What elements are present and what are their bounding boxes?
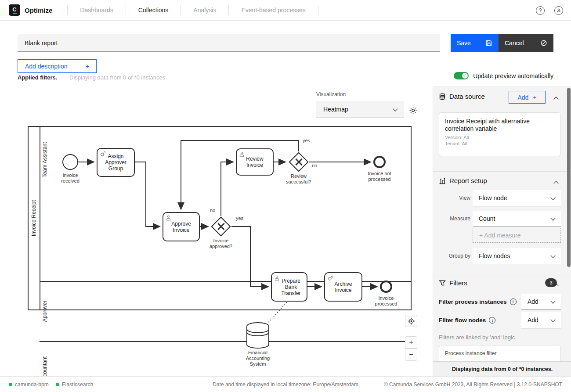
save-icon xyxy=(485,40,492,47)
nav-item-analysis[interactable]: Analysis xyxy=(181,7,228,14)
flow-label-approved-yes: yes xyxy=(236,216,243,221)
section-divider xyxy=(433,171,571,172)
camunda-logo[interactable]: C xyxy=(9,4,20,16)
camunda-logo-underline xyxy=(13,13,17,14)
service-gears-icon xyxy=(327,275,334,283)
zoom-out-button[interactable]: − xyxy=(405,349,417,361)
bpmn-task-archive-invoice[interactable]: Archive Invoice xyxy=(324,272,362,302)
fit-diagram-button[interactable] xyxy=(405,315,417,327)
bpmn-gateway-invoice-approved[interactable] xyxy=(210,216,231,237)
add-flow-node-filter-dropdown[interactable]: Add xyxy=(521,312,561,328)
start-event-label: Invoice received xyxy=(55,173,86,184)
cancel-button-label: Cancel xyxy=(505,40,524,47)
filter-process-instances-label: Filter process instances i xyxy=(439,298,517,305)
chevron-down-icon xyxy=(550,317,555,322)
crosshair-icon xyxy=(408,317,415,325)
filter-logic-note: Filters are linked by 'and' logic xyxy=(439,334,515,341)
update-preview-toggle[interactable]: ✓ xyxy=(454,72,469,79)
visualization-settings-button[interactable] xyxy=(408,105,418,115)
status-green-dot xyxy=(56,383,59,386)
bpmn-end-event-invoice-not-processed[interactable] xyxy=(373,156,386,168)
help-icon[interactable]: ? xyxy=(536,6,545,15)
flow-label-review-no: no xyxy=(312,163,317,168)
nav-item-dashboards[interactable]: Dashboards xyxy=(68,7,126,14)
nav-item-collections[interactable]: Collections xyxy=(126,7,181,14)
camunda-logo-letter: C xyxy=(12,7,16,12)
zoom-in-button[interactable]: + xyxy=(405,336,417,349)
nav-divider xyxy=(318,5,318,15)
bpmn-gateway-review-successful[interactable] xyxy=(288,151,309,173)
data-source-version: Version: All xyxy=(445,134,555,140)
plus-icon: + xyxy=(86,63,89,70)
flow-label-review-yes: yes xyxy=(303,138,310,143)
chevron-down-icon xyxy=(550,253,555,258)
bpmn-start-event-invoice-received[interactable] xyxy=(62,154,78,170)
add-description-label: Add description xyxy=(25,63,68,70)
data-source-card[interactable]: Invoice Receipt with alternative correla… xyxy=(439,112,561,156)
add-description-button[interactable]: Add description + xyxy=(18,59,97,73)
update-preview-label: Update preview automatically xyxy=(473,72,553,79)
collapse-report-setup-icon[interactable] xyxy=(553,181,558,186)
nav-item-event-based-processes[interactable]: Event-based processes xyxy=(229,7,318,14)
visualization-dropdown[interactable]: Heatmap xyxy=(316,101,404,118)
filters-header: Filters 3 xyxy=(439,279,467,287)
report-preview-canvas: Visualization Heatmap Invoice Receipt Te… xyxy=(0,86,433,376)
pool-label: Invoice Receipt xyxy=(31,200,37,236)
chevron-down-icon xyxy=(550,195,555,200)
filter-funnel-icon xyxy=(439,280,446,287)
add-data-source-button[interactable]: Add + xyxy=(509,91,546,104)
bpmn-task-review-invoice[interactable]: Review Invoice xyxy=(236,148,274,176)
end-event-processed-label: Invoice processed xyxy=(371,295,401,307)
instance-count-summary: Displaying data from 0 of *0 instances. xyxy=(69,74,289,81)
report-setup-title: Report setup xyxy=(449,177,487,184)
pool-label-cell: Invoice Receipt xyxy=(29,127,40,309)
top-navigation-bar: C Optimize Dashboards Collections Analys… xyxy=(0,0,571,21)
bpmn-task-assign-approver-group[interactable]: Assign Approver Group xyxy=(97,148,135,177)
status-elasticsearch: Elasticsearch xyxy=(56,381,93,388)
xor-gateway-icon xyxy=(288,151,309,173)
chevron-down-icon xyxy=(550,298,555,303)
user-task-icon xyxy=(165,215,172,223)
bpmn-end-event-invoice-processed[interactable] xyxy=(380,281,392,293)
flow-label-approved-no: no xyxy=(210,208,215,213)
add-measure-button[interactable]: + Add measure xyxy=(473,228,561,243)
user-profile-icon[interactable] xyxy=(554,6,563,15)
gateway-label: Review successful? xyxy=(281,173,316,185)
auto-update-row: ✓ Update preview automatically xyxy=(454,72,553,79)
filter-flow-nodes-label: Filter flow nodes i xyxy=(439,317,495,324)
measure-label: Measure xyxy=(433,216,470,222)
info-icon[interactable]: i xyxy=(489,317,495,324)
collapse-data-source-icon[interactable] xyxy=(553,97,558,101)
data-source-title: Data source xyxy=(449,93,485,100)
info-icon[interactable]: i xyxy=(510,298,517,305)
data-source-name: Invoice Receipt with alternative correla… xyxy=(445,118,555,133)
header-actions: ? xyxy=(536,0,563,21)
chevron-down-icon xyxy=(550,216,555,220)
process-instance-filter-card[interactable]: Process instance filter xyxy=(439,345,561,361)
applied-filters-label: Applied filters. xyxy=(18,74,57,81)
bpmn-task-prepare-bank-transfer[interactable]: Prepare Bank Transfer xyxy=(271,272,307,302)
optimize-app: C Optimize Dashboards Collections Analys… xyxy=(0,0,571,392)
report-name-input[interactable] xyxy=(18,34,440,52)
lane-divider xyxy=(40,341,412,342)
sidebar-instance-summary: Displaying data from 0 of *0 instances. xyxy=(433,361,571,377)
group-by-dropdown[interactable]: Flow nodes xyxy=(473,248,561,264)
copyright-note: © Camunda Services GmbH 2023, All Rights… xyxy=(384,377,562,392)
sidebar-scrollbar[interactable] xyxy=(567,88,571,267)
bpmn-task-approve-invoice[interactable]: Approve Invoice xyxy=(163,212,200,241)
add-process-instance-filter-dropdown[interactable]: Add xyxy=(521,294,561,310)
cancel-button[interactable]: Cancel xyxy=(499,34,553,52)
applied-filters-row: Applied filters. Displaying data from 0 … xyxy=(18,74,57,81)
xor-gateway-icon xyxy=(210,216,231,237)
filters-title: Filters xyxy=(449,279,467,287)
chevron-down-icon xyxy=(393,106,398,111)
visualization-label: Visualization xyxy=(316,91,346,97)
connection-status: camunda-bpm Elasticsearch xyxy=(9,377,93,392)
bpmn-datastore-financial-accounting-system[interactable] xyxy=(246,322,270,351)
datastore-label: Financial Accounting System xyxy=(240,350,275,367)
view-dropdown[interactable]: Flow node xyxy=(473,190,561,206)
measure-dropdown[interactable]: Count xyxy=(473,211,561,227)
main-nav: Dashboards Collections Analysis Event-ba… xyxy=(67,0,318,20)
save-button[interactable]: Save xyxy=(451,34,499,52)
datastore-cylinder-icon xyxy=(246,322,270,349)
